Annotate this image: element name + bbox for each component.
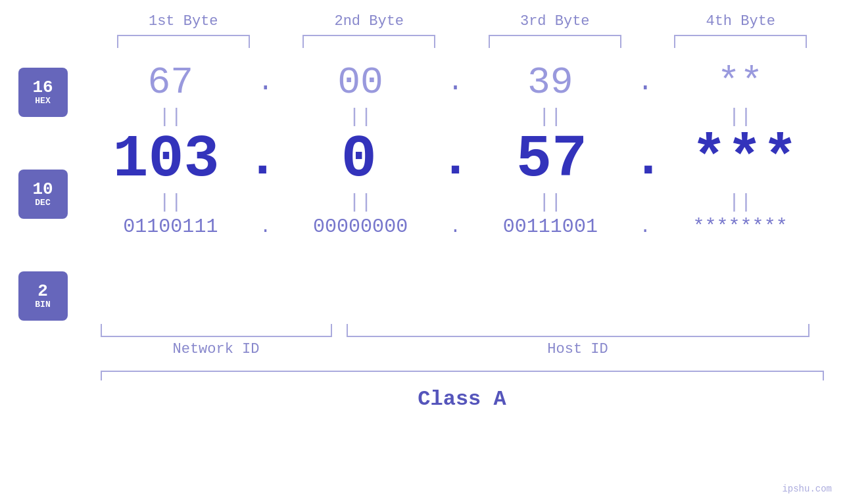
class-bracket [101, 371, 824, 380]
byte-bracket-2 [302, 35, 435, 48]
bin-byte-1: 01100111 [85, 216, 256, 238]
dec-byte-1: 103 [85, 130, 247, 189]
network-id-label: Network ID [101, 341, 332, 357]
watermark: ipshu.com [782, 484, 832, 494]
bin-val-2: 00000000 [313, 216, 408, 238]
byte-label-3: 3rd Byte [472, 13, 639, 30]
dec-row: 103 . 0 . 57 . *** [85, 130, 825, 189]
hex-dot-2: . [446, 68, 466, 97]
dec-dot-2: . [439, 133, 471, 186]
byte-col-1: 1st Byte [101, 13, 267, 48]
bin-dot-1: . [256, 217, 276, 237]
eq2-2: || [276, 191, 446, 214]
values-area: 67 . 00 . 39 . ** || || [85, 55, 845, 321]
byte-label-2: 2nd Byte [286, 13, 452, 30]
hex-val-1: 67 [148, 61, 194, 104]
network-bracket [101, 324, 332, 337]
equals-row-2: || || || || [85, 189, 825, 216]
eq-4: || [655, 106, 825, 128]
hex-badge: 16 HEX [18, 68, 68, 117]
eq-2: || [276, 106, 446, 128]
host-bracket [347, 324, 809, 337]
header-row: 1st Byte 2nd Byte 3rd Byte 4th Byte [101, 13, 824, 48]
eq2-4: || [655, 191, 825, 214]
hex-val-4: ** [717, 61, 763, 104]
hex-val-2: 00 [337, 61, 383, 104]
dec-val-4: *** [691, 126, 798, 193]
byte-col-2: 2nd Byte [286, 13, 452, 48]
dec-badge-label: DEC [35, 198, 50, 208]
byte-bracket-1 [117, 35, 250, 48]
bottom-brackets-area: Network ID Host ID [101, 324, 824, 357]
hex-byte-2: 00 [276, 61, 446, 104]
bin-badge-label: BIN [35, 300, 50, 310]
bin-dot-2: . [446, 217, 466, 237]
main-grid: 16 HEX 10 DEC 2 BIN 67 . 00 [0, 55, 845, 321]
dec-dot-1: . [247, 133, 278, 186]
dec-val-2: 0 [341, 126, 377, 193]
byte-bracket-3 [489, 35, 621, 48]
dec-badge-number: 10 [32, 181, 53, 198]
bin-val-1: 01100111 [123, 216, 218, 238]
host-id-label: Host ID [347, 341, 809, 357]
bin-byte-3: 00111001 [466, 216, 636, 238]
eq-3: || [466, 106, 636, 128]
byte-bracket-4 [674, 35, 807, 48]
class-label: Class A [418, 387, 506, 411]
dec-dot-3: . [633, 133, 664, 186]
bin-byte-2: 00000000 [276, 216, 446, 238]
hex-byte-1: 67 [85, 61, 256, 104]
hex-badge-label: HEX [35, 96, 50, 106]
class-label-row: Class A [101, 387, 824, 411]
bin-dot-3: . [635, 217, 655, 237]
bin-row: 01100111 . 00000000 . 00111001 . *******… [85, 216, 825, 238]
class-area: Class A [101, 371, 824, 411]
dec-val-1: 103 [113, 126, 220, 193]
dec-byte-4: *** [664, 130, 825, 189]
byte-col-3: 3rd Byte [472, 13, 639, 48]
hex-val-3: 39 [527, 61, 573, 104]
eq-1: || [85, 106, 256, 128]
bin-val-3: 00111001 [503, 216, 598, 238]
dec-byte-3: 57 [471, 130, 633, 189]
hex-dot-3: . [635, 68, 655, 97]
hex-dot-1: . [256, 68, 276, 97]
eq2-3: || [466, 191, 636, 214]
bracket-labels: Network ID Host ID [101, 341, 824, 357]
dec-val-3: 57 [516, 126, 587, 193]
dec-byte-2: 0 [278, 130, 439, 189]
byte-label-4: 4th Byte [658, 13, 824, 30]
dec-badge: 10 DEC [18, 170, 68, 219]
bin-badge-number: 2 [37, 283, 48, 300]
hex-byte-3: 39 [466, 61, 636, 104]
hex-byte-4: ** [655, 61, 825, 104]
badges-column: 16 HEX 10 DEC 2 BIN [0, 55, 85, 321]
hex-row: 67 . 00 . 39 . ** [85, 61, 825, 104]
main-container: 1st Byte 2nd Byte 3rd Byte 4th Byte 16 H… [0, 0, 845, 504]
bin-val-4: ******** [693, 216, 788, 238]
bin-badge: 2 BIN [18, 271, 68, 321]
byte-label-1: 1st Byte [101, 13, 267, 30]
bracket-row [101, 324, 824, 337]
bin-byte-4: ******** [655, 216, 825, 238]
eq2-1: || [85, 191, 256, 214]
hex-badge-number: 16 [32, 79, 53, 96]
byte-col-4: 4th Byte [658, 13, 824, 48]
